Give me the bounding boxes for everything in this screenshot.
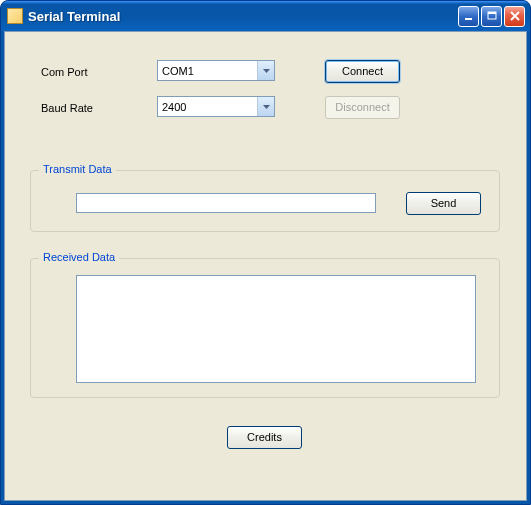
svg-rect-2 [488, 12, 496, 14]
credits-button[interactable]: Credits [227, 426, 302, 449]
app-icon [7, 8, 23, 24]
received-groupbox: Received Data [30, 258, 500, 398]
send-button[interactable]: Send [406, 192, 481, 215]
transmit-groupbox: Transmit Data Send [30, 170, 500, 232]
transmit-input[interactable] [76, 193, 376, 213]
baud-rate-label: Baud Rate [41, 102, 93, 114]
com-port-combo[interactable]: COM1 [157, 60, 275, 81]
window-controls [458, 6, 525, 27]
maximize-button[interactable] [481, 6, 502, 27]
titlebar: Serial Terminal [1, 1, 530, 31]
connect-button[interactable]: Connect [325, 60, 400, 83]
disconnect-button: Disconnect [325, 96, 400, 119]
received-group-title: Received Data [39, 251, 119, 263]
baud-rate-value: 2400 [162, 101, 186, 113]
minimize-button[interactable] [458, 6, 479, 27]
minimize-icon [464, 11, 474, 21]
content: Com Port COM1 Connect Baud Rate 2400 Dis… [5, 32, 526, 500]
window-title: Serial Terminal [28, 9, 458, 24]
close-icon [510, 11, 520, 21]
svg-rect-0 [465, 18, 472, 20]
chevron-down-icon [257, 61, 274, 80]
close-button[interactable] [504, 6, 525, 27]
com-port-value: COM1 [162, 65, 194, 77]
com-port-label: Com Port [41, 66, 87, 78]
client-area: Com Port COM1 Connect Baud Rate 2400 Dis… [4, 31, 527, 501]
baud-rate-combo[interactable]: 2400 [157, 96, 275, 117]
received-textarea[interactable] [76, 275, 476, 383]
transmit-group-title: Transmit Data [39, 163, 116, 175]
window-frame: Serial Terminal Com Port COM1 Connect [0, 0, 531, 505]
chevron-down-icon [257, 97, 274, 116]
maximize-icon [487, 11, 497, 21]
